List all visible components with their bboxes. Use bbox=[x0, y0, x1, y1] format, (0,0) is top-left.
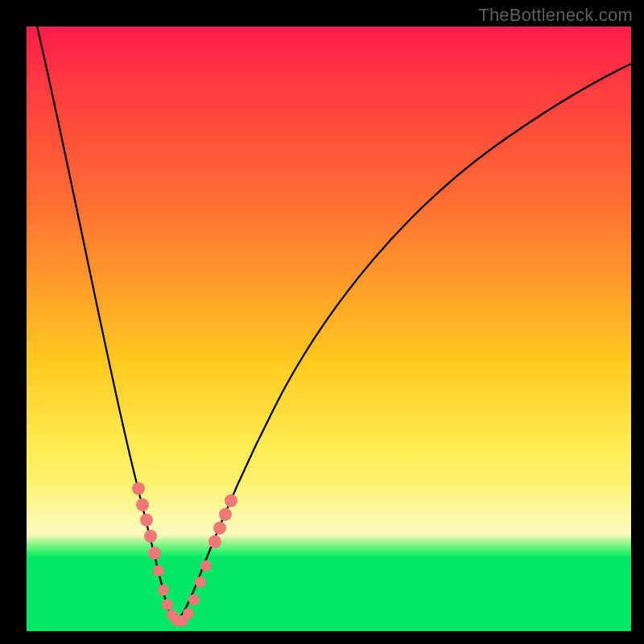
marker-point bbox=[158, 584, 169, 596]
marker-point bbox=[132, 482, 145, 495]
marker-point bbox=[213, 522, 226, 535]
chart-svg bbox=[27, 27, 631, 631]
plot-bottom-border bbox=[27, 631, 631, 644]
marker-point bbox=[188, 594, 200, 605]
marker-point bbox=[225, 494, 237, 507]
marker-point bbox=[183, 608, 194, 619]
curve-right-branch bbox=[175, 60, 638, 622]
marker-point bbox=[195, 576, 206, 588]
watermark-text: TheBottleneck.com bbox=[478, 5, 633, 26]
marker-point bbox=[153, 565, 164, 576]
marker-point bbox=[219, 508, 232, 521]
marker-point bbox=[136, 498, 149, 511]
marker-group bbox=[132, 482, 237, 626]
marker-point bbox=[208, 535, 221, 548]
marker-point bbox=[200, 560, 212, 572]
marker-point bbox=[162, 599, 173, 610]
marker-point bbox=[140, 514, 153, 526]
chart-container: TheBottleneck.com bbox=[0, 0, 644, 644]
marker-point bbox=[148, 547, 161, 559]
marker-point bbox=[144, 530, 157, 543]
